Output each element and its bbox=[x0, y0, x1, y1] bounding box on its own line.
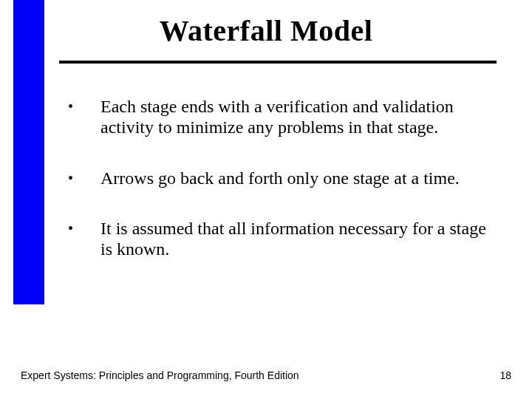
footer: Expert Systems: Principles and Programmi… bbox=[21, 369, 511, 381]
bullet-text: Each stage ends with a verification and … bbox=[100, 96, 494, 138]
bullet-icon: • bbox=[68, 96, 100, 116]
footer-source: Expert Systems: Principles and Programmi… bbox=[21, 369, 299, 381]
bullet-list: • Each stage ends with a verification an… bbox=[68, 96, 494, 260]
list-item: • It is assumed that all information nec… bbox=[68, 218, 494, 260]
slide-title: Waterfall Model bbox=[0, 13, 532, 48]
list-item: • Each stage ends with a verification an… bbox=[68, 96, 494, 138]
slide: Waterfall Model • Each stage ends with a… bbox=[0, 0, 532, 399]
bullet-icon: • bbox=[68, 168, 100, 188]
bullet-text: It is assumed that all information neces… bbox=[100, 218, 494, 260]
bullet-icon: • bbox=[68, 218, 100, 238]
list-item: • Arrows go back and forth only one stag… bbox=[68, 168, 494, 188]
title-underline bbox=[59, 61, 497, 64]
bullet-text: Arrows go back and forth only one stage … bbox=[100, 168, 494, 188]
page-number: 18 bbox=[499, 369, 511, 381]
